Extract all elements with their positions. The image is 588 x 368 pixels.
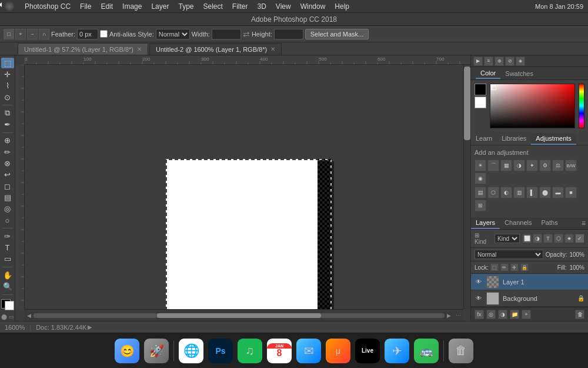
adj-icon-hsl[interactable]: ⚙ — [539, 160, 551, 171]
filter-toggle-icon[interactable]: ✓ — [575, 234, 584, 243]
menu-type[interactable]: Type — [173, 2, 198, 11]
adj-icon-colorlookup[interactable]: ⬡ — [487, 187, 499, 198]
tool-quick-select[interactable]: ⊙ — [1, 92, 14, 102]
antialias-checkbox[interactable] — [100, 30, 108, 38]
intersect-selection-btn[interactable]: ∩ — [39, 29, 49, 39]
layer1-thumbnail[interactable] — [486, 276, 499, 289]
adj-icon-vibrance[interactable]: ✦ — [526, 160, 538, 171]
new-adj-layer-icon[interactable]: ◑ — [498, 310, 507, 319]
tool-zoom[interactable]: 🔍 — [1, 281, 14, 291]
background-swatch[interactable] — [475, 97, 486, 108]
adj-icon-curves[interactable]: ⌒ — [487, 160, 499, 171]
scroll-right-btn[interactable]: ▶ — [447, 313, 451, 319]
tool-gradient[interactable]: ▤ — [1, 192, 14, 203]
v-scrollbar[interactable] — [463, 65, 470, 309]
panel-icon-5[interactable]: ◈ — [516, 57, 525, 66]
dock-calendar[interactable]: JAN 8 — [266, 337, 293, 364]
tab-color[interactable]: Color — [476, 68, 500, 79]
adj-icon-colorbalance[interactable]: ⚖ — [552, 160, 564, 171]
dock-torrent[interactable]: μ — [325, 337, 352, 364]
menu-3d[interactable]: 3D — [253, 2, 271, 11]
tool-brush[interactable]: ✏ — [1, 147, 14, 157]
dock-live[interactable]: Live — [354, 337, 381, 364]
style-select[interactable]: Normal — [156, 29, 190, 39]
new-group-icon[interactable]: 📁 — [510, 310, 519, 319]
layer1-name[interactable]: Layer 1 — [503, 279, 524, 286]
menu-help[interactable]: Help — [330, 2, 354, 11]
swap-icon[interactable]: ⇄ — [243, 29, 250, 39]
tab-swatches[interactable]: Swatches — [500, 69, 538, 78]
panel-menu-icon[interactable]: ≡ — [582, 219, 586, 227]
adj-icon-exposure[interactable]: ◑ — [513, 160, 525, 171]
select-mask-button[interactable]: Select and Mask... — [305, 29, 369, 39]
kind-select[interactable]: Kind — [495, 234, 520, 243]
menu-select[interactable]: Select — [198, 2, 227, 11]
panel-icon-1[interactable]: ▶ — [473, 57, 483, 66]
menu-edit[interactable]: Edit — [96, 2, 118, 11]
tab-untitled1-close[interactable]: ✕ — [137, 46, 142, 52]
adj-icon-levels[interactable]: ▦ — [500, 160, 512, 171]
dock-chrome[interactable]: 🌐 — [178, 337, 205, 364]
tool-move[interactable]: ✛ — [1, 69, 14, 79]
layers-tab-paths[interactable]: Paths — [537, 217, 563, 229]
tool-shape[interactable]: ▭ — [1, 254, 14, 264]
menu-filter[interactable]: Filter — [228, 2, 253, 11]
dock-trash[interactable]: 🗑 — [447, 337, 475, 364]
filter-pixel-icon[interactable]: ⬜ — [522, 234, 532, 243]
screen-mode-icon[interactable]: ▭ — [9, 314, 14, 320]
menu-layer[interactable]: Layer — [146, 2, 173, 11]
filter-smart-icon[interactable]: ★ — [564, 234, 574, 243]
tab-untitled2[interactable]: Untitled-2 @ 1600% (Layer 1, RGB/8*) ✕ — [149, 43, 282, 55]
nav-icon[interactable]: ⋯ — [456, 313, 461, 319]
tool-marquee[interactable]: ⬚ — [1, 58, 14, 68]
filter-shape-icon[interactable]: ⬡ — [554, 234, 563, 243]
height-input[interactable] — [274, 29, 303, 39]
feather-input[interactable] — [77, 29, 98, 39]
tool-spot-heal[interactable]: ⊕ — [1, 135, 14, 146]
color-swatches[interactable] — [1, 299, 14, 310]
dock-launchpad[interactable]: 🚀 — [143, 337, 170, 364]
menu-window[interactable]: Window — [296, 2, 330, 11]
background-thumbnail[interactable] — [486, 292, 499, 305]
menu-file[interactable]: File — [75, 2, 96, 11]
dock-transit[interactable]: 🚌 — [413, 337, 440, 364]
lock-transparent-icon[interactable]: ⬚ — [490, 263, 499, 271]
tab-untitled1[interactable]: Untitled-1 @ 57.2% (Layer 1, RGB/8*) ✕ — [18, 43, 148, 55]
info-arrow[interactable]: ▶ — [88, 324, 92, 330]
filter-adjust-icon[interactable]: ◑ — [533, 234, 542, 243]
scroll-left-btn[interactable]: ◀ — [27, 313, 31, 319]
width-input[interactable] — [212, 29, 241, 39]
new-selection-btn[interactable]: □ — [4, 29, 14, 39]
panel-icon-4[interactable]: ⊘ — [505, 57, 514, 66]
add-mask-icon[interactable]: ◎ — [486, 310, 496, 319]
add-selection-btn[interactable]: + — [15, 29, 26, 39]
tool-hand[interactable]: ✋ — [1, 270, 14, 280]
layers-tab-channels[interactable]: Channels — [500, 217, 536, 229]
quick-mask-icon[interactable]: ⬤ — [1, 314, 7, 320]
adj-icon-brightness[interactable]: ☀ — [475, 160, 486, 171]
tool-crop[interactable]: ⧉ — [1, 108, 14, 118]
h-scroll-track[interactable] — [34, 313, 445, 318]
dock-photoshop[interactable]: Ps — [207, 337, 234, 364]
panel-icon-2[interactable]: ≡ — [484, 57, 493, 66]
fill-value[interactable]: 100% — [569, 264, 584, 271]
tab-adjustments[interactable]: Adjustments — [531, 133, 576, 145]
adj-icon-solidcolor[interactable]: ■ — [565, 187, 577, 198]
adj-icon-selectivecolor[interactable]: ⬤ — [539, 187, 551, 198]
tool-eraser[interactable]: ◻ — [1, 181, 14, 191]
adj-icon-posterize[interactable]: ▥ — [513, 187, 525, 198]
adj-icon-photofilter[interactable]: ◉ — [475, 173, 486, 184]
new-layer-icon[interactable]: + — [522, 310, 531, 319]
v-scroll-thumb[interactable] — [464, 67, 470, 140]
tool-pen[interactable]: ✑ — [1, 231, 14, 241]
adj-icon-pattern[interactable]: ⊞ — [475, 200, 486, 211]
tab-learn[interactable]: Learn — [471, 133, 497, 145]
adj-icon-invert[interactable]: ◐ — [500, 187, 512, 198]
layers-tab-layers[interactable]: Layers — [471, 217, 500, 229]
lock-position-icon[interactable]: ✛ — [510, 263, 519, 271]
layer1-visibility-eye[interactable]: 👁 — [475, 278, 483, 286]
lock-all-icon[interactable]: 🔒 — [520, 263, 529, 271]
dock-spotify[interactable]: ♫ — [236, 337, 263, 364]
dock-finder[interactable]: 😊 — [113, 337, 141, 364]
tool-dodge[interactable]: ○ — [1, 215, 14, 226]
